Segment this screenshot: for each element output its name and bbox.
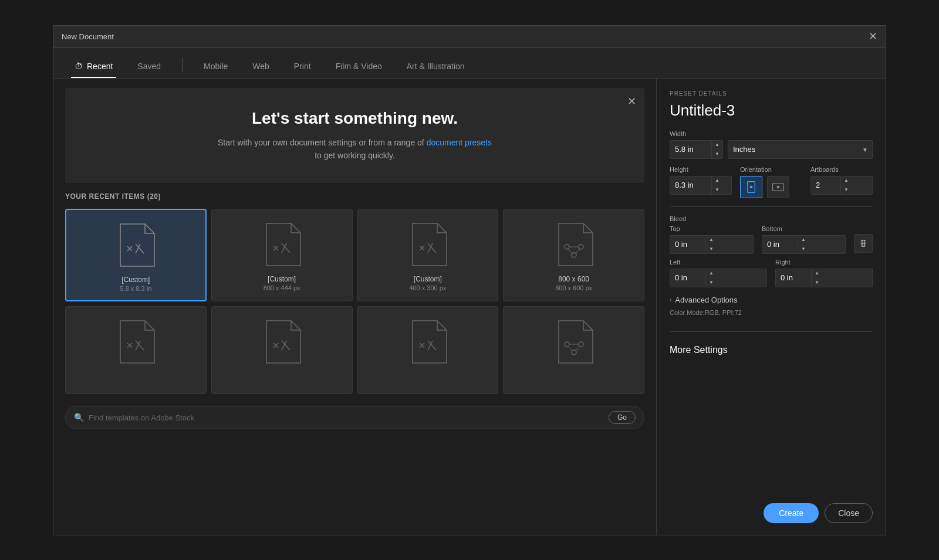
bleed-bottom-increment[interactable]: ▲ — [798, 235, 809, 245]
banner-title: Let's start something new. — [89, 109, 621, 128]
artboards-input-wrap: ▲ ▼ — [810, 176, 873, 195]
tab-print-label: Print — [294, 62, 311, 71]
tab-print[interactable]: Print — [291, 56, 315, 78]
banner-subtitle-end: to get working quickly. — [315, 151, 395, 160]
height-input-wrap: ▲ ▼ — [670, 176, 732, 195]
bleed-right-increment[interactable]: ▲ — [812, 269, 822, 278]
advanced-options-label: Advanced Options — [675, 296, 737, 304]
bleed-left-increment[interactable]: ▲ — [706, 269, 717, 278]
width-input-wrap: ▲ ▼ — [670, 140, 723, 159]
svg-point-30 — [565, 342, 569, 347]
orientation-col: Orientation — [740, 166, 802, 198]
bleed-bottom-decrement[interactable]: ▼ — [798, 245, 809, 254]
width-decrement-button[interactable]: ▼ — [712, 150, 722, 159]
items-grid: [Custom] 5.8 x 8.3 in [Cust — [65, 209, 644, 394]
left-label: Left — [670, 259, 767, 266]
bleed-left-col: Left ▲ ▼ — [670, 259, 767, 287]
go-button[interactable]: Go — [609, 411, 636, 424]
portrait-orientation-button[interactable] — [740, 176, 762, 198]
tab-recent[interactable]: ⏱ Recent — [71, 56, 116, 78]
unit-select-wrap: Inches Pixels Millimeters Centimeters Po… — [728, 140, 873, 159]
advanced-options-toggle[interactable]: › Advanced Options — [670, 296, 873, 304]
orientation-row — [740, 176, 802, 198]
item-card[interactable]: 800 x 600 800 x 600 px — [503, 209, 644, 301]
bleed-right-input[interactable] — [776, 273, 811, 282]
item-name: 800 x 600 — [558, 275, 589, 283]
tab-web[interactable]: Web — [249, 56, 273, 78]
divider-2 — [670, 331, 873, 332]
tab-divider — [182, 58, 183, 72]
svg-line-17 — [575, 249, 580, 254]
dialog-title: New Document — [62, 32, 114, 41]
tab-mobile[interactable]: Mobile — [200, 56, 231, 78]
height-input[interactable] — [670, 181, 711, 189]
item-card[interactable] — [211, 306, 353, 394]
item-card[interactable]: [Custom] 5.8 x 8.3 in — [65, 209, 207, 301]
item-card[interactable] — [65, 306, 207, 394]
link-icon-container — [854, 225, 873, 254]
bottom-label: Bottom — [762, 225, 846, 232]
new-document-dialog: New Document ✕ ⏱ Recent Saved Mobile Web… — [53, 25, 886, 535]
create-button[interactable]: Create — [764, 503, 819, 523]
recent-section: YOUR RECENT ITEMS (20) [Custom] — [53, 192, 656, 394]
title-close-button[interactable]: ✕ — [869, 31, 877, 42]
bleed-top-decrement[interactable]: ▼ — [706, 245, 717, 254]
artboards-input[interactable] — [811, 181, 840, 189]
title-bar: New Document ✕ — [53, 26, 886, 48]
link-bleed-button[interactable] — [854, 234, 873, 253]
height-increment-button[interactable]: ▲ — [712, 176, 722, 185]
unit-select[interactable]: Inches Pixels Millimeters Centimeters Po… — [728, 140, 873, 159]
tab-saved[interactable]: Saved — [134, 56, 164, 78]
item-card[interactable] — [503, 306, 644, 394]
main-content: ✕ Let's start something new. Start with … — [53, 79, 886, 535]
bleed-left-input[interactable] — [670, 273, 705, 282]
width-increment-button[interactable]: ▲ — [712, 140, 722, 150]
svg-line-16 — [568, 249, 573, 254]
tab-art[interactable]: Art & Illustration — [403, 56, 468, 78]
item-size: 800 x 600 px — [555, 284, 592, 291]
item-card[interactable] — [357, 306, 499, 394]
custom-doc-icon — [407, 318, 449, 365]
svg-line-35 — [575, 347, 580, 351]
svg-point-12 — [565, 245, 569, 249]
item-card[interactable]: [Custom] 800 x 444 px — [211, 209, 353, 301]
bleed-top-input[interactable] — [670, 240, 705, 249]
svg-line-34 — [568, 347, 573, 351]
bleed-bottom-stepper: ▲ ▼ — [798, 235, 809, 254]
link-icon — [859, 238, 868, 249]
tab-web-label: Web — [252, 62, 269, 71]
banner-close-button[interactable]: ✕ — [627, 95, 636, 108]
bleed-label: Bleed — [670, 215, 873, 222]
bleed-right-wrap: ▲ ▼ — [775, 269, 873, 287]
bleed-top-increment[interactable]: ▲ — [706, 235, 717, 245]
landscape-orientation-button[interactable] — [767, 176, 789, 198]
bleed-right-decrement[interactable]: ▼ — [812, 278, 822, 287]
bleed-top-bottom-row: Top ▲ ▼ Bottom ▲ ▼ — [670, 225, 873, 254]
tab-recent-label: Recent — [87, 62, 113, 71]
width-input[interactable] — [670, 145, 711, 154]
height-orientation-row: Height ▲ ▼ Orientation — [670, 166, 873, 198]
width-label: Width — [670, 130, 873, 137]
welcome-banner: ✕ Let's start something new. Start with … — [65, 88, 644, 184]
search-input[interactable] — [89, 413, 604, 422]
bleed-top-stepper: ▲ ▼ — [705, 235, 717, 254]
close-button[interactable]: Close — [825, 503, 873, 523]
document-name-input[interactable] — [670, 101, 873, 120]
artboards-decrement-button[interactable]: ▼ — [841, 185, 852, 195]
bleed-left-decrement[interactable]: ▼ — [706, 278, 717, 287]
more-settings-button[interactable]: More Settings — [670, 345, 873, 355]
custom-doc-icon — [407, 221, 449, 268]
document-presets-link[interactable]: document presets — [427, 138, 492, 147]
artboards-increment-button[interactable]: ▲ — [841, 176, 852, 185]
artboards-col: Artboards ▲ ▼ — [810, 166, 873, 198]
bleed-bottom-input[interactable] — [762, 240, 798, 249]
bleed-bottom-col: Bottom ▲ ▼ — [762, 225, 846, 254]
custom-doc-icon — [261, 221, 303, 268]
custom-doc-icon — [261, 318, 303, 365]
tab-film[interactable]: Film & Video — [332, 56, 386, 78]
tab-saved-label: Saved — [137, 62, 161, 71]
item-card[interactable]: [Custom] 400 x 300 px — [357, 209, 499, 301]
height-decrement-button[interactable]: ▼ — [712, 185, 722, 195]
chevron-right-icon: › — [670, 297, 671, 303]
tabs-bar: ⏱ Recent Saved Mobile Web Print Film & V… — [53, 48, 886, 79]
